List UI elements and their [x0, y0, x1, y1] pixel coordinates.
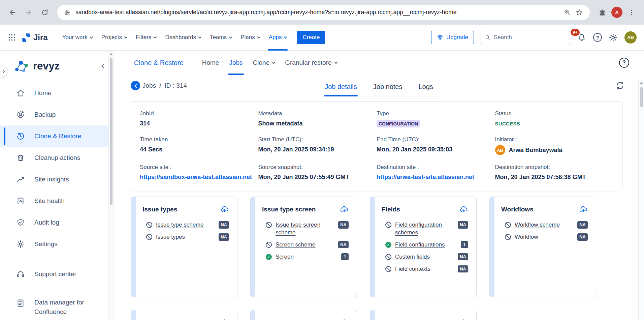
jira-top-nav: Jira Your work Projects Filters Dashboar…	[0, 25, 644, 51]
cloud-download-icon[interactable]	[459, 318, 468, 320]
show-metadata-link[interactable]: Show metadata	[258, 120, 377, 127]
status-badge: SUCCESS	[495, 121, 614, 126]
help-icon[interactable]	[593, 33, 602, 42]
cloud-download-icon[interactable]	[340, 318, 349, 320]
tab-logs[interactable]: Logs	[418, 78, 433, 96]
address-bar[interactable]: sandbox-arwa-test.atlassian.net/plugins/…	[57, 5, 590, 20]
card-item: Screen 1	[266, 253, 349, 261]
cloud-download-icon[interactable]	[220, 205, 229, 214]
app-switcher-icon[interactable]	[7, 33, 16, 42]
revyz-molecule-icon	[12, 59, 30, 74]
sidebar-item-backup[interactable]: Backup	[0, 104, 114, 125]
card-item: Field contexts NA	[385, 265, 468, 273]
sidebar-divider	[0, 259, 114, 259]
count-badge: 1	[461, 241, 468, 249]
count-badge: NA	[577, 233, 588, 241]
zoom-icon[interactable]	[564, 9, 571, 16]
browser-forward-icon[interactable]	[22, 5, 36, 20]
subnav-item-home[interactable]: Home	[197, 51, 224, 75]
nav-item-projects[interactable]: Projects	[97, 25, 131, 51]
nav-item-plans[interactable]: Plans	[236, 25, 264, 51]
card-miscellaneous: Miscellaneous	[370, 310, 477, 320]
sidebar-item-audit-log[interactable]: Audit log	[0, 212, 114, 233]
card-jsm-configurations: JSM configurations	[250, 310, 357, 320]
extensions-icon[interactable]	[595, 5, 609, 20]
shield-check-icon	[16, 218, 25, 227]
job-field-type: Type CONFIGURATION	[377, 110, 495, 127]
user-avatar[interactable]: AB	[624, 31, 637, 43]
notifications-button[interactable]: 9+	[577, 33, 586, 42]
jira-nav-items: Your work Projects Filters Dashboards Te…	[58, 25, 291, 51]
sidebar-scrollbar-thumb[interactable]	[110, 58, 112, 205]
subnav-item-jobs[interactable]: Jobs	[224, 51, 248, 75]
settings-gear-icon[interactable]	[609, 33, 618, 42]
browser-back-icon[interactable]	[5, 5, 20, 20]
url-text: sandbox-arwa-test.atlassian.net/plugins/…	[75, 9, 457, 16]
sidebar-item-settings[interactable]: Settings	[0, 233, 114, 255]
status-icon	[266, 222, 272, 228]
job-field-destination-snapshot: Destination snapshot: Mon, 20 Jan 2025 0…	[495, 164, 614, 181]
subnav-item-granular-restore[interactable]: Granular restore	[280, 51, 342, 75]
subnav-item-clone[interactable]: Clone	[248, 51, 280, 75]
chevron-down-icon	[229, 35, 232, 38]
cloud-download-icon[interactable]	[579, 205, 588, 214]
browser-menu-icon[interactable]	[624, 5, 639, 20]
nav-item-dashboards[interactable]: Dashboards	[161, 25, 205, 51]
scrollbar-up-arrow[interactable]	[640, 82, 643, 84]
cloud-download-icon[interactable]	[459, 205, 468, 214]
sidebar-item-site-health[interactable]: Site health	[0, 190, 114, 212]
collapse-sidebar-icon[interactable]	[101, 64, 106, 68]
sidebar-item-data-manager-confluence[interactable]: Data manager for Confluence	[0, 293, 114, 320]
initiator-avatar: AB	[495, 145, 505, 155]
count-badge: NA	[338, 221, 349, 229]
cloud-download-icon[interactable]	[340, 205, 349, 214]
sidebar-item-site-insights[interactable]: Site insights	[0, 169, 114, 190]
count-badge: NA	[458, 265, 468, 273]
card-fields: Fields Field configuration schemes NA Fi…	[370, 197, 477, 297]
upgrade-button[interactable]: Upgrade	[431, 31, 474, 44]
status-icon	[385, 222, 391, 228]
jira-mark-icon	[22, 33, 31, 42]
sidebar-scrollbar	[108, 51, 114, 320]
browser-profile-avatar[interactable]: A	[611, 7, 622, 18]
breadcrumb-row: Jobs / ID : 314 Job details Job notes Lo…	[114, 75, 644, 96]
sidebar-item-cleanup-actions[interactable]: Cleanup actions	[0, 147, 114, 169]
nav-item-your-work[interactable]: Your work	[58, 25, 97, 51]
sidebar-item-support-center[interactable]: Support center	[0, 263, 114, 285]
source-site-link[interactable]: https://sandbox-arwa-test.atlassian.net	[140, 174, 258, 181]
sidebar-item-clone-restore[interactable]: Clone & Restore	[0, 125, 114, 147]
nav-item-teams[interactable]: Teams	[205, 25, 236, 51]
site-info-icon[interactable]	[64, 9, 71, 16]
nav-item-filters[interactable]: Filters	[131, 25, 161, 51]
subnav-app-link[interactable]: Clone & Restore	[134, 51, 184, 75]
scrollbar-up-arrow[interactable]	[109, 53, 113, 55]
app-shell: revyz Home Backup Clone & Restore Cleanu…	[0, 51, 644, 320]
nav-item-apps[interactable]: Apps	[264, 25, 291, 51]
back-button[interactable]	[131, 81, 140, 90]
destination-site-link[interactable]: https://arwa-test-site.atlassian.net	[377, 174, 495, 181]
refresh-icon[interactable]	[615, 81, 625, 91]
jira-logo[interactable]: Jira	[22, 33, 48, 42]
job-tabs: Job details Job notes Logs	[321, 78, 437, 96]
trend-chart-icon	[16, 175, 25, 184]
card-issue-types: Issue types Issue type scheme NA Issue t…	[131, 197, 237, 297]
cloud-download-icon[interactable]	[220, 318, 229, 320]
create-button[interactable]: Create	[297, 31, 325, 44]
help-icon[interactable]	[619, 58, 629, 68]
sidebar-item-home[interactable]: Home	[0, 82, 114, 104]
main-content: Clone & Restore Home Jobs Clone Granular…	[114, 51, 644, 320]
trash-icon	[16, 153, 25, 162]
breadcrumb-jobs-link[interactable]: Jobs	[142, 82, 156, 89]
app-subnav: Clone & Restore Home Jobs Clone Granular…	[114, 51, 644, 75]
tab-job-details[interactable]: Job details	[324, 78, 358, 96]
sidebar-divider	[0, 289, 114, 289]
card-issue-type-screen: Issue type screen Issue type screen sche…	[250, 197, 357, 297]
tab-job-notes[interactable]: Job notes	[373, 78, 403, 96]
revyz-wordmark: revyz	[33, 60, 60, 72]
main-scrollbar-thumb[interactable]	[640, 87, 643, 107]
bookmark-star-icon[interactable]	[576, 9, 583, 16]
count-badge: NA	[338, 241, 349, 249]
search-input[interactable]	[494, 34, 566, 41]
global-search[interactable]	[481, 31, 570, 44]
browser-reload-icon[interactable]	[38, 5, 52, 20]
